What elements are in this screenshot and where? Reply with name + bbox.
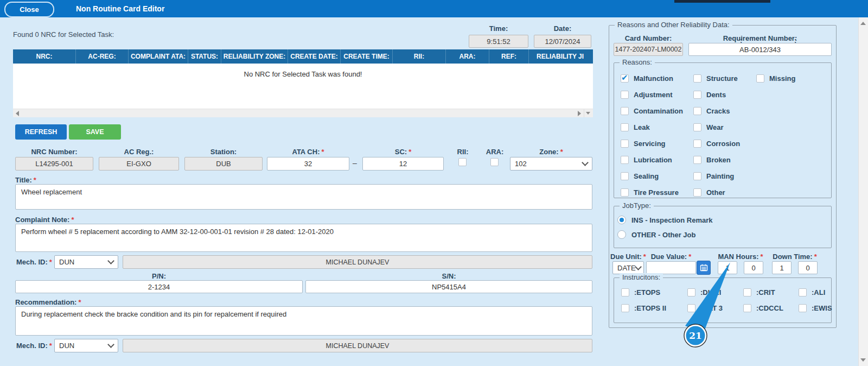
column-header-create-date[interactable]: CREATE DATE: [288,49,341,64]
reason-checkbox-broken[interactable]: Broken [693,155,756,165]
reason-checkbox-wear[interactable]: Wear [693,123,756,132]
requirement-number-input[interactable] [688,43,832,56]
reason-checkbox-other[interactable]: Other [693,188,756,197]
due-unit-select[interactable]: DATE [612,261,644,274]
ata-ch-label: ATA CH:* [267,148,349,156]
refresh-button[interactable]: REFRESH [15,124,67,140]
ata-ch-input[interactable] [267,157,349,171]
time-label: Time: [469,24,528,33]
found-nrc-status-text: Found 0 NRC for Selected Task: [13,30,114,39]
instruction-checkbox-cdccl[interactable]: :CDCCL [743,304,799,313]
nrc-table-horizontal-scrollbar[interactable] [13,109,593,117]
reason-checkbox-contamination[interactable]: Contamination [621,106,693,116]
instruction-checkbox-ewis[interactable]: :EWIS [799,304,832,313]
down-time-m-input[interactable] [798,261,818,274]
mech-id-select-1[interactable]: DUN [54,255,118,269]
due-date-picker-button[interactable] [697,261,711,275]
reason-checkbox-structure[interactable]: Structure [693,74,756,83]
close-button[interactable]: Close [4,2,54,17]
card-number-label: Card Number: [614,34,683,42]
save-button[interactable]: SAVE [69,124,121,140]
time-value: 9:51:52 [469,35,528,48]
ac-reg-label: AC Reg.: [99,148,179,156]
due-value-input[interactable] [646,261,696,274]
nrc-table-vertical-scroll-corner[interactable] [584,109,593,117]
rii-label: RII: [450,148,475,156]
reason-checkbox-adjustment[interactable]: Adjustment [621,90,693,99]
down-time-label: Down Time:* [770,253,820,261]
station-field: DUB [184,157,263,171]
instruction-checkbox-di[interactable]: :DI (RII) [687,288,743,297]
check-icon [621,74,629,83]
reason-checkbox-tire-pressure[interactable]: Tire Pressure [621,188,693,197]
sn-input[interactable] [305,280,592,293]
instruction-checkbox-etops-ii[interactable]: :ETOPS II [621,304,687,313]
jobtype-fieldset: JobType: INS - Inspection Remark OTHER -… [614,206,832,248]
down-arrow-icon[interactable] [586,112,590,115]
reason-checkbox-missing[interactable]: Missing [756,74,795,83]
instruction-checkbox-crit[interactable]: :CRIT [743,288,799,297]
reason-checkbox-cracks[interactable]: Cracks [693,106,756,116]
rii-checkbox[interactable] [458,158,467,166]
zone-label: Zone:* [510,148,592,156]
zone-select[interactable]: 102 [510,157,592,171]
ara-checkbox[interactable] [490,158,499,166]
reason-checkbox-servicing[interactable]: Servicing [621,139,693,148]
down-time-h-input[interactable] [772,261,792,274]
calendar-icon [700,264,708,272]
radio-icon [617,230,626,239]
station-label: Station: [184,148,263,156]
reason-checkbox-leak[interactable]: Leak [621,123,693,132]
page-vertical-scrollbar[interactable] [858,17,868,366]
page-title: Non Routine Card Editor [76,4,164,13]
reason-checkbox-dents[interactable]: Dents [693,90,756,99]
jobtype-radio-other[interactable]: OTHER - Other Job [617,230,713,239]
column-header-status[interactable]: STATUS: [188,49,221,64]
reason-checkbox-sealing[interactable]: Sealing [621,172,693,181]
recommendation-textarea[interactable]: During replacement check the bracke cond… [15,306,592,336]
column-header-reliability-ji[interactable]: RELIABILITY JI [529,49,593,64]
reason-checkbox-malfunction[interactable]: Malfunction [621,74,693,83]
column-header-nrc[interactable]: NRC: [13,49,76,64]
pn-input[interactable] [15,280,303,293]
complaint-note-textarea[interactable]: Perform wheel # 5 replacement according … [15,224,592,252]
non-routine-card-editor-window: Close Non Routine Card Editor Found 0 NR… [0,0,868,366]
instruction-checkbox-ali[interactable]: :ALI [799,288,825,297]
man-hours-h-input[interactable] [718,261,737,274]
column-header-ac-reg[interactable]: AC-REG: [76,49,129,64]
instruction-checkbox-etops[interactable]: :ETOPS [621,288,687,297]
radio-selected-icon [617,216,626,224]
jobtype-legend: JobType: [620,201,654,210]
date-value: 12/07/2024 [534,35,591,48]
up-arrow-icon[interactable] [860,22,866,25]
mech-id-row-2: Mech. ID:* DUN MICHAEL DUNAJEV [13,339,593,353]
man-hours-label: MAN Hours:* [716,253,765,261]
sc-input[interactable] [362,157,444,171]
pn-label: P/N: [15,272,303,280]
reason-checkbox-corrosion[interactable]: Corrosion [693,139,756,148]
title-label: Title:* [15,176,36,184]
jobtype-radio-ins[interactable]: INS - Inspection Remark [617,215,713,225]
reason-checkbox-painting[interactable]: Painting [693,172,756,181]
man-hours-colon: : [740,36,742,45]
title-textarea[interactable]: Wheel replacement [15,184,592,210]
right-arrow-icon[interactable] [578,111,581,116]
empty-table-message: No NRC for Selected Task was found! [244,70,362,109]
column-header-complaint-ata[interactable]: COMPLAINT ATA: [129,49,188,64]
ara-label: ARA: [482,148,507,156]
man-hours-m-input[interactable] [744,261,763,274]
mech-name-field-1: MICHAEL DUNAJEV [123,255,592,269]
left-arrow-icon[interactable] [16,111,19,116]
requirement-number-label: Requirement Number: [688,34,832,42]
nrc-results-table: NRC: AC-REG: COMPLAINT ATA: STATUS: RELI… [13,49,593,117]
column-header-reliability-zone[interactable]: RELIABILITY ZONE: [221,49,288,64]
down-arrow-icon[interactable] [860,358,866,362]
column-header-ara[interactable]: ARA: [446,49,489,64]
column-header-create-time[interactable]: CREATE TIME: [341,49,393,64]
column-header-rii[interactable]: RII: [393,49,446,64]
mech-name-field-2: MICHAEL DUNAJEV [123,339,592,352]
column-header-ref[interactable]: REF: [489,49,529,64]
mech-id-select-2[interactable]: DUN [54,339,118,352]
instruction-checkbox-cat3[interactable]: :CAT 3 [687,304,743,313]
reason-checkbox-lubrication[interactable]: Lubrication [621,155,693,165]
